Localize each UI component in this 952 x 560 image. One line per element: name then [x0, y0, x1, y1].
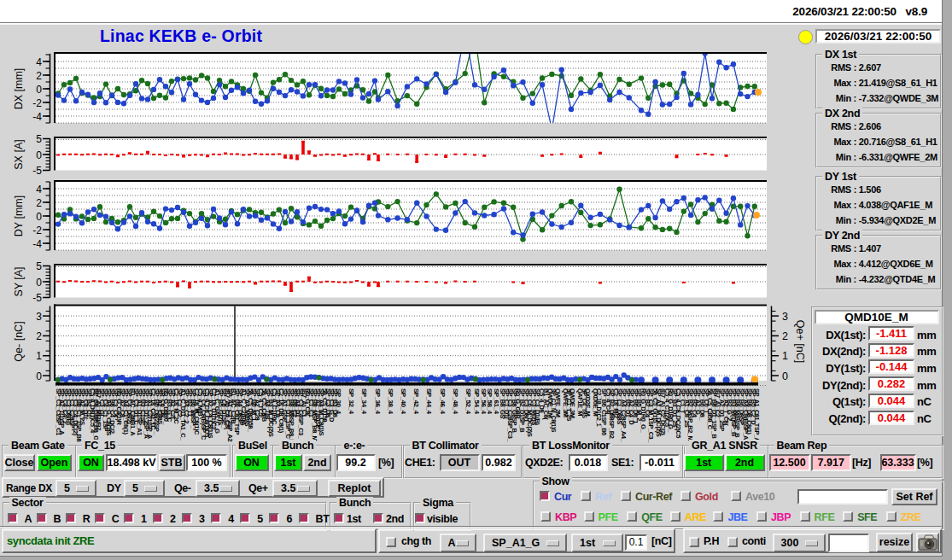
svg-text:Qe- [nC]: Qe- [nC] — [13, 321, 25, 361]
svg-text:-5: -5 — [32, 292, 42, 304]
svg-text:2: 2 — [36, 330, 42, 342]
svg-text:SP_46_4: SP_46_4 — [439, 388, 447, 414]
svg-text:SP_36_4: SP_36_4 — [374, 388, 382, 414]
svg-text:1: 1 — [782, 350, 788, 362]
svg-text:5: 5 — [36, 260, 42, 272]
svg-text:1: 1 — [36, 350, 42, 362]
svg-text:SY [A]: SY [A] — [13, 266, 25, 296]
svg-text:QWDE_3M: QWDE_3M — [569, 388, 576, 418]
svg-text:-4: -4 — [32, 238, 42, 250]
svg-text:2: 2 — [782, 330, 788, 342]
svg-text:DX [mm]: DX [mm] — [13, 68, 25, 110]
svg-text:0: 0 — [36, 370, 42, 382]
svg-text:-2: -2 — [32, 97, 42, 109]
svg-text:5: 5 — [36, 133, 42, 145]
svg-text:SX [A]: SX [A] — [13, 139, 25, 169]
svg-text:Qe+ [nC]: Qe+ [nC] — [794, 320, 806, 363]
svg-text:0: 0 — [36, 211, 42, 223]
svg-text:DY [mm]: DY [mm] — [13, 195, 25, 236]
svg-text:4: 4 — [36, 184, 42, 195]
svg-text:SP_34_4: SP_34_4 — [360, 388, 368, 414]
svg-text:SP_48_4: SP_48_4 — [452, 388, 459, 414]
svg-text:0: 0 — [36, 277, 42, 289]
svg-text:SP_A1_C81_TSP_A: SP_A1_C81_TSP_A — [753, 388, 761, 443]
svg-text:SP_32_4: SP_32_4 — [348, 388, 355, 414]
svg-text:0: 0 — [36, 84, 42, 96]
svg-text:SP_38_4: SP_38_4 — [387, 388, 394, 414]
svg-text:2: 2 — [36, 70, 42, 82]
svg-text:-5: -5 — [32, 165, 42, 177]
svg-text:-4: -4 — [32, 111, 42, 123]
svg-text:SP_52_4: SP_52_4 — [464, 388, 472, 414]
svg-text:3: 3 — [782, 311, 788, 323]
svg-text:QWFE_2M: QWFE_2M — [554, 388, 562, 417]
svg-text:QXD2E_M: QXD2E_M — [584, 388, 592, 417]
svg-text:SP_44_4: SP_44_4 — [425, 388, 433, 414]
svg-text:SP_40_4: SP_40_4 — [400, 388, 407, 414]
svg-text:2: 2 — [36, 197, 42, 209]
svg-text:4: 4 — [36, 56, 42, 68]
svg-text:SP_30_4: SP_30_4 — [335, 388, 342, 414]
svg-text:-2: -2 — [32, 225, 42, 236]
svg-text:0: 0 — [36, 149, 42, 161]
svg-text:3: 3 — [36, 311, 42, 323]
svg-text:SP_42_4: SP_42_4 — [412, 388, 420, 414]
svg-text:0: 0 — [782, 370, 788, 382]
